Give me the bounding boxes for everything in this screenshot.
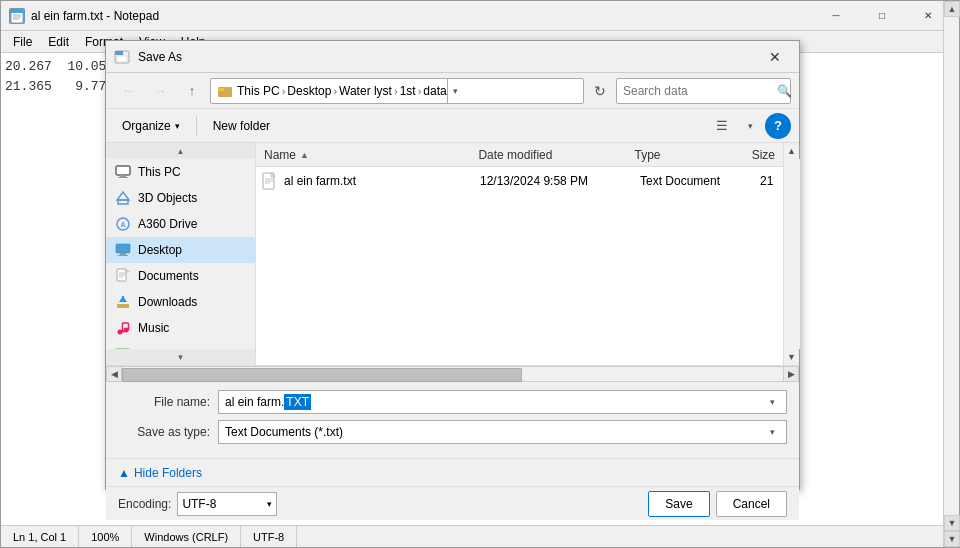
notepad-scrollbar[interactable]: ▲ ▼ ▼ — [943, 1, 959, 547]
svg-rect-28 — [122, 296, 124, 302]
organize-chevron-icon: ▾ — [175, 121, 180, 131]
hide-folders-icon: ▲ — [118, 466, 130, 480]
scroll-up-btn[interactable]: ▲ — [944, 1, 960, 17]
scroll-right-btn[interactable]: ▶ — [783, 366, 799, 382]
svg-text:A: A — [120, 221, 125, 228]
dialog-filelist: Name ▲ Date modified Type Size — [256, 143, 783, 365]
encoding-label: Encoding: — [118, 497, 171, 511]
hide-folders-btn[interactable]: ▲ Hide Folders — [106, 459, 214, 487]
filename-input[interactable]: al ein farm.TXT ▾ — [218, 390, 787, 414]
dialog-close-btn[interactable]: ✕ — [759, 45, 791, 69]
sidebar-label-music: Music — [138, 321, 169, 335]
status-encoding: UTF-8 — [241, 526, 297, 547]
svg-marker-22 — [126, 269, 129, 272]
sidebar-item-downloads[interactable]: Downloads — [106, 289, 255, 315]
scroll-track[interactable] — [944, 17, 959, 531]
save-as-dialog: Save As ✕ ← → ↑ This PC › Desktop › Wate… — [105, 40, 800, 490]
filename-dropdown-btn[interactable]: ▾ — [764, 397, 780, 407]
organize-btn[interactable]: Organize ▾ — [114, 116, 188, 136]
toolbar-view-icons: ☰ ▾ ? — [709, 113, 791, 139]
dialog-right-scrollbar[interactable]: ▲ ▼ — [783, 143, 799, 365]
vscroll-track[interactable] — [784, 159, 800, 349]
svg-rect-18 — [116, 244, 130, 253]
scroll-down-btn[interactable]: ▼ — [944, 515, 960, 531]
table-row[interactable]: al ein farm.txt 12/13/2024 9:58 PM Text … — [256, 167, 783, 195]
vscroll-up-btn[interactable]: ▲ — [784, 143, 800, 159]
search-input[interactable] — [623, 84, 773, 98]
breadcrumb-dropdown-btn[interactable]: ▾ — [447, 78, 463, 104]
breadcrumb-bar[interactable]: This PC › Desktop › Water lyst › 1st › d… — [210, 78, 584, 104]
notepad-minimize-btn[interactable]: ─ — [813, 1, 859, 31]
breadcrumb-path: This PC › Desktop › Water lyst › 1st › d… — [237, 84, 447, 98]
h-scroll-thumb[interactable] — [122, 368, 522, 382]
savetype-text: Text Documents (*.txt) — [225, 425, 764, 439]
breadcrumb-data[interactable]: data — [423, 84, 446, 98]
nav-refresh-btn[interactable]: ↻ — [588, 79, 612, 103]
savetype-row: Save as type: Text Documents (*.txt) ▾ — [118, 420, 787, 444]
col-header-type[interactable]: Type — [626, 143, 743, 166]
menu-file[interactable]: File — [5, 33, 40, 51]
breadcrumb-1st[interactable]: 1st — [400, 84, 416, 98]
toolbar-separator — [196, 116, 197, 136]
encoding-select[interactable]: UTF-8 ▾ — [177, 492, 277, 516]
savetype-input[interactable]: Text Documents (*.txt) ▾ — [218, 420, 787, 444]
notepad-maximize-btn[interactable]: □ — [859, 1, 905, 31]
file-type: Text Document — [640, 174, 760, 188]
file-size: 21 — [760, 174, 779, 188]
sidebar-item-3d-objects[interactable]: 3D Objects — [106, 185, 255, 211]
scroll-left-btn[interactable]: ◀ — [106, 366, 122, 382]
nav-up-btn[interactable]: ↑ — [178, 77, 206, 105]
sidebar-scroll-down[interactable]: ▼ — [106, 349, 255, 365]
h-scroll-track[interactable] — [122, 366, 783, 382]
encoding-dropdown-icon: ▾ — [267, 499, 272, 509]
notepad-icon — [9, 8, 25, 24]
encoding-value: UTF-8 — [182, 497, 216, 511]
view-list-btn[interactable]: ☰ — [709, 113, 735, 139]
svg-marker-14 — [117, 192, 129, 200]
notepad-statusbar: Ln 1, Col 1 100% Windows (CRLF) UTF-8 — [1, 525, 959, 547]
dialog-body: ▲ This PC — [106, 143, 799, 365]
sidebar-label-this-pc: This PC — [138, 165, 181, 179]
sidebar-scroll-up[interactable]: ▲ — [106, 143, 255, 159]
breadcrumb-waterlyst[interactable]: Water lyst — [339, 84, 392, 98]
vscroll-down-btn[interactable]: ▼ — [784, 349, 800, 365]
svg-rect-7 — [117, 56, 127, 62]
help-btn[interactable]: ? — [765, 113, 791, 139]
sidebar-item-desktop[interactable]: Desktop — [106, 237, 255, 263]
breadcrumb-desktop[interactable]: Desktop — [287, 84, 331, 98]
svg-rect-6 — [115, 51, 123, 55]
encoding-area: Encoding: UTF-8 ▾ — [118, 492, 277, 516]
desktop-icon — [114, 241, 132, 259]
nav-forward-btn[interactable]: → — [146, 77, 174, 105]
sidebar-item-music[interactable]: Music — [106, 315, 255, 341]
dialog-buttons: Encoding: UTF-8 ▾ Save Cancel — [106, 486, 799, 520]
scroll-end-btn[interactable]: ▼ — [944, 531, 960, 547]
notepad-window-controls: ─ □ ✕ — [813, 1, 951, 31]
svg-rect-1 — [11, 9, 23, 13]
status-zoom: 100% — [79, 526, 132, 547]
new-folder-btn[interactable]: New folder — [205, 116, 278, 136]
sidebar-item-documents[interactable]: Documents — [106, 263, 255, 289]
this-pc-icon — [114, 163, 132, 181]
sidebar-item-this-pc[interactable]: This PC — [106, 159, 255, 185]
cancel-button[interactable]: Cancel — [716, 491, 787, 517]
col-header-name[interactable]: Name ▲ — [256, 143, 470, 166]
hide-folders-bar: ▲ Hide Folders — [106, 458, 799, 486]
view-dropdown-btn[interactable]: ▾ — [737, 113, 763, 139]
h-scrollbar[interactable]: ◀ ▶ — [106, 365, 799, 381]
col-header-size[interactable]: Size — [744, 143, 783, 166]
col-header-modified[interactable]: Date modified — [470, 143, 626, 166]
file-icon-txt — [260, 171, 280, 191]
status-position: Ln 1, Col 1 — [1, 526, 79, 547]
menu-edit[interactable]: Edit — [40, 33, 77, 51]
breadcrumb-thispc[interactable]: This PC — [237, 84, 280, 98]
filename-selected: TXT — [284, 394, 311, 410]
search-box[interactable]: 🔍 — [616, 78, 791, 104]
nav-back-btn[interactable]: ← — [114, 77, 142, 105]
filename-row: File name: al ein farm.TXT ▾ — [118, 390, 787, 414]
savetype-dropdown-btn[interactable]: ▾ — [764, 427, 780, 437]
filelist-header: Name ▲ Date modified Type Size — [256, 143, 783, 167]
save-button[interactable]: Save — [648, 491, 709, 517]
dialog-bottom-fields: File name: al ein farm.TXT ▾ Save as typ… — [106, 381, 799, 458]
sidebar-item-a360[interactable]: A A360 Drive — [106, 211, 255, 237]
